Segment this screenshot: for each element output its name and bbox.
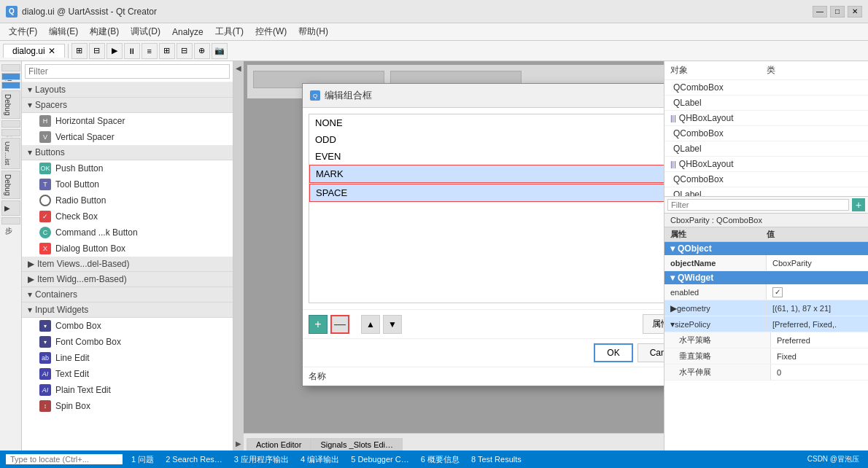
menu-debug[interactable]: 调试(D) bbox=[125, 24, 166, 39]
dialog-item-mark[interactable]: MARK bbox=[309, 165, 664, 183]
sidebar-item-fontcombobox[interactable]: ▾ Font Combo Box bbox=[22, 334, 233, 350]
status-appoutput[interactable]: 3 应用程序输出 bbox=[231, 454, 292, 465]
file-tab[interactable]: dialog.ui ✕ bbox=[3, 44, 65, 58]
props-filter-input[interactable] bbox=[667, 199, 849, 211]
prop-val-sizepolicy[interactable]: [Preferred, Fixed,. bbox=[767, 316, 868, 332]
obj-item-label3[interactable]: QLabel bbox=[664, 187, 868, 197]
scroll-left-arrow[interactable]: ◀ bbox=[236, 64, 241, 72]
obj-item-combobox2[interactable]: QComboBox bbox=[664, 126, 868, 141]
edge-debug1[interactable]: Debug bbox=[1, 90, 20, 119]
sidebar-item-dialogbutton[interactable]: X Dialog Button Box bbox=[22, 241, 233, 257]
dialog-moveup-button[interactable]: ▲ bbox=[361, 315, 380, 334]
toolbar-btn-8[interactable]: ⊕ bbox=[194, 43, 210, 59]
sidebar-item-pushbutton[interactable]: OK Push Button bbox=[22, 160, 233, 176]
edge-uart[interactable]: Uar…ist bbox=[1, 138, 20, 169]
dialog-item-odd[interactable]: ODD bbox=[309, 131, 664, 148]
sidebar-item-cmdbutton[interactable]: C Command ...k Button bbox=[22, 225, 233, 241]
menu-file[interactable]: 文件(F) bbox=[3, 24, 43, 39]
sidebar-item-hspacer[interactable]: H Horizontal Spacer bbox=[22, 113, 233, 129]
prop-val-hpolicy[interactable]: Preferred bbox=[771, 332, 868, 348]
props-add-button[interactable]: + bbox=[852, 198, 865, 211]
section-qobject[interactable]: ▾ QObject bbox=[664, 242, 868, 255]
section-containers[interactable]: ▾ Containers bbox=[22, 287, 233, 303]
section-buttons[interactable]: ▾ Buttons bbox=[22, 145, 233, 160]
design-canvas[interactable]: ◀ ▶ Q 编辑组合框 ✕ bbox=[233, 61, 664, 451]
obj-item-hboxlayout1[interactable]: ||| QHBoxLayout bbox=[664, 111, 868, 126]
toolbar-btn-4[interactable]: ⏸ bbox=[124, 43, 140, 59]
toolbar-btn-1[interactable]: ⊞ bbox=[71, 43, 88, 59]
obj-item-combobox3[interactable]: QComboBox bbox=[664, 172, 868, 187]
menu-build[interactable]: 构建(B) bbox=[84, 24, 125, 39]
menu-edit[interactable]: 编辑(E) bbox=[43, 24, 84, 39]
edge-run[interactable]: ▶ bbox=[1, 200, 20, 216]
edge-edit[interactable]: 编辑 bbox=[1, 73, 20, 80]
file-tab-close[interactable]: ✕ bbox=[48, 46, 55, 56]
status-testresults[interactable]: 8 Test Results bbox=[468, 455, 524, 464]
tab-action-editor[interactable]: Action Editor bbox=[247, 438, 311, 451]
sidebar-filter-input[interactable] bbox=[25, 64, 230, 79]
status-buildoutput[interactable]: 4 编译输出 bbox=[298, 454, 342, 465]
sidebar-item-checkbox[interactable]: ✓ Check Box bbox=[22, 208, 233, 225]
dialog-cancel-button[interactable]: Cancel bbox=[638, 343, 664, 362]
dialog-ok-button[interactable]: OK bbox=[594, 343, 632, 362]
obj-item-hboxlayout2[interactable]: ||| QHBoxLayout bbox=[664, 157, 868, 172]
edge-design[interactable]: 设计 bbox=[1, 82, 20, 89]
dialog-add-button[interactable]: + bbox=[309, 315, 328, 334]
locate-input[interactable] bbox=[6, 454, 123, 464]
section-inputwidgets[interactable]: ▾ Input Widgets bbox=[22, 303, 233, 318]
prop-val-geometry[interactable]: [(61, 1), 87 x 21] bbox=[767, 300, 868, 316]
sidebar-item-textedit[interactable]: AI Text Edit bbox=[22, 366, 233, 382]
section-layouts[interactable]: ▾ Layouts bbox=[22, 82, 233, 98]
toolbar-btn-3[interactable]: ▶ bbox=[106, 43, 123, 59]
edge-help[interactable]: 帮助 bbox=[1, 129, 20, 136]
minimize-button[interactable]: — bbox=[813, 6, 827, 17]
dialog-item-space[interactable]: SPACE bbox=[309, 184, 664, 202]
sidebar-item-vspacer[interactable]: V Vertical Spacer bbox=[22, 129, 233, 145]
prop-val-vpolicy[interactable]: Fixed bbox=[771, 348, 868, 364]
obj-item-combobox1[interactable]: QComboBox bbox=[664, 80, 868, 95]
tab-signals-slots[interactable]: Signals _Slots Edi… bbox=[311, 438, 403, 451]
prop-val-objectname[interactable]: CboxParity bbox=[767, 255, 868, 270]
dialog-item-none[interactable]: NONE bbox=[309, 114, 664, 131]
edge-debug2[interactable]: Debug bbox=[1, 171, 20, 199]
sidebar-item-combobox[interactable]: ▾ Combo Box bbox=[22, 318, 233, 334]
status-debugger[interactable]: 5 Debugger C… bbox=[348, 455, 412, 464]
sidebar-item-toolbutton[interactable]: T Tool Button bbox=[22, 176, 233, 192]
sidebar-item-spinbox[interactable]: ↕ Spin Box bbox=[22, 398, 233, 414]
dialog-remove-button[interactable]: — bbox=[330, 315, 349, 334]
sidebar-item-radiobutton[interactable]: Radio Button bbox=[22, 192, 233, 208]
section-itemviews[interactable]: ▶ Item Views...del-Based) bbox=[22, 257, 233, 272]
obj-item-label1[interactable]: QLabel bbox=[664, 95, 868, 111]
maximize-button[interactable]: □ bbox=[830, 6, 845, 17]
dialog-props-button[interactable]: 属性<< bbox=[643, 314, 664, 334]
edge-step[interactable]: 步 bbox=[1, 217, 20, 225]
prop-val-hstretch[interactable]: 0 bbox=[771, 364, 868, 380]
menu-widgets[interactable]: 控件(W) bbox=[249, 24, 292, 39]
status-search[interactable]: 2 Search Res… bbox=[163, 455, 225, 464]
edge-project[interactable]: 项目 bbox=[1, 120, 20, 128]
dialog-item-even[interactable]: EVEN bbox=[309, 148, 664, 165]
menu-analyze[interactable]: Analyze bbox=[166, 26, 209, 39]
edge-welcome[interactable]: 欢迎 bbox=[1, 64, 20, 71]
toolbar-btn-6[interactable]: ⊞ bbox=[159, 43, 175, 59]
scroll-right-arrow[interactable]: ▶ bbox=[236, 440, 241, 448]
prop-val-enabled[interactable]: ✓ bbox=[767, 284, 868, 300]
toolbar-btn-7[interactable]: ⊟ bbox=[177, 43, 193, 59]
dialog-items-list[interactable]: NONE ODD EVEN MARK SPACE bbox=[309, 114, 664, 303]
dialog-movedown-button[interactable]: ▼ bbox=[383, 315, 402, 334]
close-window-button[interactable]: ✕ bbox=[848, 6, 862, 17]
toolbar-btn-2[interactable]: ⊟ bbox=[89, 43, 105, 59]
status-problems[interactable]: 1 问题 bbox=[128, 454, 157, 465]
sidebar-item-lineedit[interactable]: ab Line Edit bbox=[22, 350, 233, 366]
section-spacers[interactable]: ▾ Spacers bbox=[22, 98, 233, 113]
section-itemwidgets[interactable]: ▶ Item Widg...em-Based) bbox=[22, 272, 233, 287]
toolbar-btn-5[interactable]: ≡ bbox=[142, 43, 158, 59]
enabled-checkbox[interactable]: ✓ bbox=[772, 287, 783, 297]
section-qwidget[interactable]: ▾ QWidget bbox=[664, 271, 868, 284]
menu-help[interactable]: 帮助(H) bbox=[292, 24, 334, 39]
toolbar-btn-9[interactable]: 📷 bbox=[212, 43, 228, 59]
obj-item-label2[interactable]: QLabel bbox=[664, 141, 868, 157]
sidebar-item-plaintextedit[interactable]: AI Plain Text Edit bbox=[22, 382, 233, 398]
status-general[interactable]: 6 概要信息 bbox=[418, 454, 462, 465]
menu-tools[interactable]: 工具(T) bbox=[209, 24, 249, 39]
